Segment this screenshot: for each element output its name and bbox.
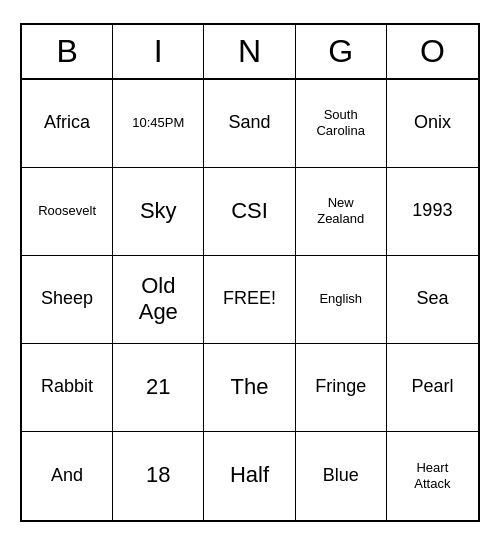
header-letter-N: N: [204, 25, 295, 78]
bingo-cell-6: Sky: [113, 168, 204, 256]
bingo-cell-22: Half: [204, 432, 295, 520]
header-letter-B: B: [22, 25, 113, 78]
bingo-cell-19: Pearl: [387, 344, 478, 432]
bingo-cell-1: 10:45PM: [113, 80, 204, 168]
bingo-cell-0: Africa: [22, 80, 113, 168]
bingo-cell-9: 1993: [387, 168, 478, 256]
bingo-cell-14: Sea: [387, 256, 478, 344]
bingo-board: BINGO Africa10:45PMSandSouthCarolinaOnix…: [20, 23, 480, 522]
bingo-cell-17: The: [204, 344, 295, 432]
bingo-cell-5: Roosevelt: [22, 168, 113, 256]
bingo-grid: Africa10:45PMSandSouthCarolinaOnixRoosev…: [22, 80, 478, 520]
bingo-cell-8: NewZealand: [296, 168, 387, 256]
bingo-header: BINGO: [22, 25, 478, 80]
bingo-cell-3: SouthCarolina: [296, 80, 387, 168]
bingo-cell-11: OldAge: [113, 256, 204, 344]
bingo-cell-18: Fringe: [296, 344, 387, 432]
bingo-cell-20: And: [22, 432, 113, 520]
bingo-cell-15: Rabbit: [22, 344, 113, 432]
bingo-cell-24: HeartAttack: [387, 432, 478, 520]
header-letter-G: G: [296, 25, 387, 78]
header-letter-O: O: [387, 25, 478, 78]
bingo-cell-23: Blue: [296, 432, 387, 520]
bingo-cell-4: Onix: [387, 80, 478, 168]
header-letter-I: I: [113, 25, 204, 78]
bingo-cell-16: 21: [113, 344, 204, 432]
bingo-cell-13: English: [296, 256, 387, 344]
bingo-cell-10: Sheep: [22, 256, 113, 344]
bingo-cell-12: FREE!: [204, 256, 295, 344]
bingo-cell-21: 18: [113, 432, 204, 520]
bingo-cell-2: Sand: [204, 80, 295, 168]
bingo-cell-7: CSI: [204, 168, 295, 256]
